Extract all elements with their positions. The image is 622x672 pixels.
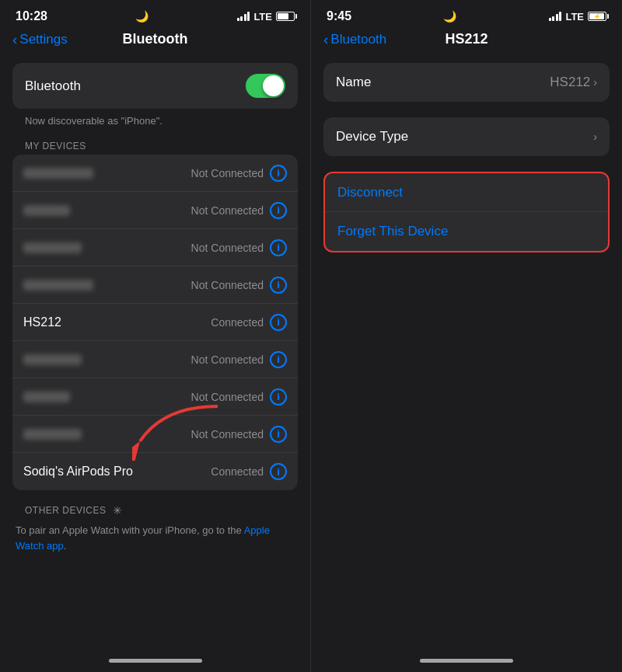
left-home-bar xyxy=(109,659,202,663)
right-lte: LTE xyxy=(565,11,584,23)
left-back-arrow-icon: ‹ xyxy=(12,31,17,48)
device-type-value-area: › xyxy=(593,131,597,143)
right-battery-icon: ⚡ xyxy=(588,12,606,21)
info-button[interactable]: i xyxy=(270,426,287,443)
name-key: Name xyxy=(336,75,550,90)
right-nav-title: HS212 xyxy=(445,31,487,47)
device-row[interactable]: Not Connected i xyxy=(12,229,298,266)
left-signal-bars xyxy=(237,12,250,21)
device-status-area: Not Connected i xyxy=(191,426,287,443)
device-type-group: Device Type › xyxy=(323,117,610,156)
info-button[interactable]: i xyxy=(270,388,287,406)
bluetooth-toggle-label: Bluetooth xyxy=(25,78,81,94)
pair-text: To pair an Apple Watch with your iPhone,… xyxy=(0,520,310,558)
right-nav-bar: ‹ Bluetooth HS212 xyxy=(311,28,622,55)
left-battery-fill xyxy=(278,13,288,19)
right-status-right: LTE ⚡ xyxy=(549,11,606,23)
right-back-button[interactable]: ‹ Bluetooth xyxy=(323,31,386,48)
left-status-right: LTE xyxy=(237,11,295,23)
left-home-indicator xyxy=(0,653,310,672)
device-name-blur xyxy=(23,205,70,216)
info-button[interactable]: i xyxy=(270,463,287,480)
my-devices-list: Not Connected i Not Connected i xyxy=(12,155,298,490)
device-row[interactable]: Not Connected i xyxy=(12,341,298,378)
left-back-button[interactable]: ‹ Settings xyxy=(12,31,68,48)
device-status-area: Not Connected i xyxy=(191,277,287,294)
device-name-area xyxy=(23,168,191,179)
my-devices-header: MY DEVICES xyxy=(0,134,310,155)
right-signal-bars xyxy=(549,12,562,21)
info-button[interactable]: i xyxy=(270,202,287,219)
other-devices-section: OTHER DEVICES ✳ To pair an Apple Watch w… xyxy=(0,498,310,558)
device-status-area: Not Connected i xyxy=(191,202,287,219)
device-name-area: HS212 xyxy=(23,315,211,329)
device-row[interactable]: Not Connected i xyxy=(12,192,298,229)
forget-label: Forget This Device xyxy=(337,224,448,239)
device-name-area xyxy=(23,429,191,440)
info-button[interactable]: i xyxy=(270,351,287,368)
airpods-device-name: Sodiq's AirPods Pro xyxy=(23,465,133,479)
discoverable-text: Now discoverable as "iPhone". xyxy=(0,112,310,134)
toggle-knob xyxy=(263,75,284,96)
name-row[interactable]: Name HS212 › xyxy=(323,63,610,102)
forget-row[interactable]: Forget This Device xyxy=(325,212,608,251)
device-status: Not Connected xyxy=(191,204,264,217)
pair-text-before: To pair an Apple Watch with your iPhone,… xyxy=(16,524,244,536)
left-time: 10:28 xyxy=(16,9,47,23)
name-value-area: HS212 › xyxy=(550,75,597,90)
info-button[interactable]: i xyxy=(270,314,287,331)
device-status: Not Connected xyxy=(191,242,264,254)
device-name-blur xyxy=(23,354,82,365)
device-name-blur xyxy=(23,168,93,179)
device-name-blur xyxy=(23,242,82,253)
disconnect-label: Disconnect xyxy=(337,185,403,200)
left-back-label: Settings xyxy=(19,32,67,47)
device-status-area: Not Connected i xyxy=(191,351,287,368)
scanning-spinner: ✳ xyxy=(113,504,122,517)
info-button[interactable]: i xyxy=(270,239,287,256)
device-status: Connected xyxy=(211,465,264,478)
airpods-device-row[interactable]: Sodiq's AirPods Pro Connected i xyxy=(12,453,298,490)
bluetooth-toggle-switch[interactable] xyxy=(246,74,285,98)
device-name-area xyxy=(23,392,191,402)
device-type-row[interactable]: Device Type › xyxy=(323,117,610,156)
device-status: Not Connected xyxy=(191,279,264,291)
left-nav-bar: ‹ Settings Bluetooth xyxy=(0,28,310,55)
bluetooth-toggle-row[interactable]: Bluetooth xyxy=(12,63,298,109)
disconnect-forget-group: Disconnect Forget This Device xyxy=(323,172,610,252)
device-type-chevron-icon: › xyxy=(593,131,597,143)
device-status: Not Connected xyxy=(191,428,264,440)
pair-text-after: . xyxy=(64,540,67,552)
device-name-blur xyxy=(23,392,70,402)
right-back-label: Bluetooth xyxy=(330,32,386,47)
left-phone-panel: 10:28 🌙 LTE ‹ Settings Bluetooth Bluetoo… xyxy=(0,0,311,672)
left-nav-title: Bluetooth xyxy=(123,31,188,47)
hs212-device-row[interactable]: HS212 Connected i xyxy=(12,304,298,341)
right-back-arrow-icon: ‹ xyxy=(323,31,328,48)
device-type-key: Device Type xyxy=(336,129,593,144)
device-row[interactable]: Not Connected i xyxy=(12,155,298,192)
left-battery-icon xyxy=(276,12,295,21)
info-button[interactable]: i xyxy=(270,165,287,182)
name-value: HS212 xyxy=(550,75,590,90)
device-row[interactable]: Not Connected i xyxy=(12,378,298,416)
left-moon-icon: 🌙 xyxy=(135,10,149,23)
device-row[interactable]: Not Connected i xyxy=(12,266,298,304)
disconnect-row[interactable]: Disconnect xyxy=(325,173,608,212)
right-time: 9:45 xyxy=(327,9,351,23)
left-lte: LTE xyxy=(253,11,272,23)
device-status-area: Not Connected i xyxy=(191,165,287,182)
right-home-bar xyxy=(420,659,513,663)
device-row[interactable]: Not Connected i xyxy=(12,416,298,453)
left-status-bar: 10:28 🌙 LTE xyxy=(0,0,310,28)
left-content: Bluetooth Now discoverable as "iPhone". … xyxy=(0,55,310,653)
other-devices-header: OTHER DEVICES xyxy=(25,505,107,516)
device-name-blur xyxy=(23,429,82,440)
device-status-area: Connected i xyxy=(211,463,287,480)
device-name-area xyxy=(23,205,191,216)
info-button[interactable]: i xyxy=(270,277,287,294)
device-status: Not Connected xyxy=(191,391,264,403)
right-home-indicator xyxy=(311,653,622,672)
device-name-area xyxy=(23,354,191,365)
right-phone-panel: 9:45 🌙 LTE ⚡ ‹ Bluetooth HS212 Name HS21… xyxy=(311,0,622,672)
